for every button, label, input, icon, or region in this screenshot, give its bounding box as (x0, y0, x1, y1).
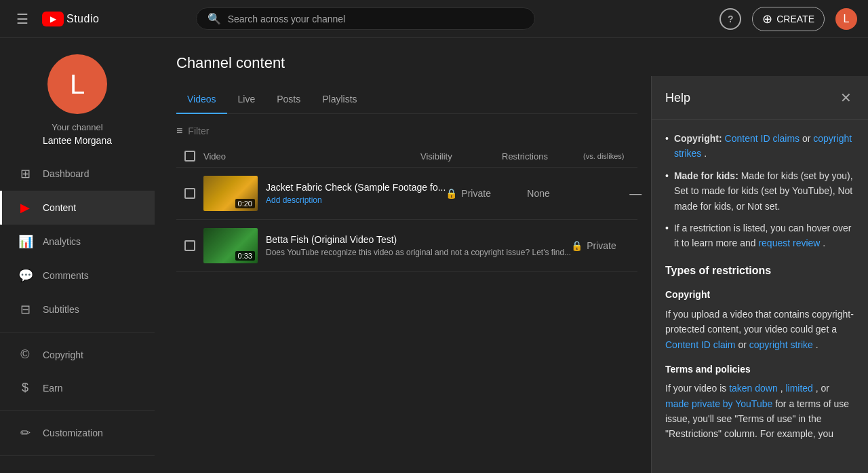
header-restrictions: Restrictions (502, 151, 583, 162)
dashboard-icon: ⊞ (18, 166, 32, 181)
row1-checkbox[interactable] (184, 188, 195, 199)
earn-label: Earn (43, 383, 63, 394)
copyright-body-before: If you upload a video that contains copy… (665, 309, 854, 335)
your-channel-label: Your channel (52, 122, 102, 132)
youtube-studio-logo[interactable]: Studio (42, 12, 99, 26)
help-header: Help ✕ (652, 76, 868, 120)
youtube-icon (42, 12, 64, 26)
hamburger-menu[interactable]: ☰ (11, 5, 34, 33)
period2: . (823, 238, 825, 248)
row1-restrictions: None (527, 188, 608, 199)
content-id-claims-link[interactable]: Content ID claims (725, 133, 800, 144)
main-layout: L Your channel Lantee Morgana ⊞ Dashboar… (0, 38, 868, 473)
row2-video-title[interactable]: Betta Fish (Original Video Test) (266, 234, 571, 245)
copyright-period: . (816, 339, 818, 350)
period1: . (704, 148, 707, 159)
sidebar-item-analytics[interactable]: 📊 Analytics (0, 225, 155, 259)
bullet-restriction-text: If a restriction is listed, you can hove… (674, 221, 854, 251)
table-header: Video Visibility Restrictions (vs. disli… (176, 145, 637, 168)
tab-live[interactable]: Live (227, 86, 267, 114)
row2-lock-icon: 🔒 (571, 240, 583, 251)
copyright-bold: Copyright: (674, 133, 722, 144)
help-close-button[interactable]: ✕ (837, 87, 854, 109)
row1-thumbnail[interactable]: 0:20 (203, 176, 258, 211)
copyright-strike-link[interactable]: copyright strike (749, 339, 813, 350)
search-bar[interactable]: 🔍 (196, 7, 535, 30)
table-row: 0:33 Betta Fish (Original Video Test) Do… (176, 220, 637, 272)
filter-input[interactable] (188, 126, 637, 136)
row2-thumbnail[interactable]: 0:33 (203, 228, 258, 263)
filter-bar: ≡ (176, 125, 637, 137)
sidebar-item-subtitles[interactable]: ⊟ Subtitles (0, 292, 155, 326)
content-id-claim-link[interactable]: Content ID claim (665, 339, 735, 350)
comma2: , or (816, 383, 829, 394)
analytics-label: Analytics (43, 236, 81, 247)
sidebar-item-comments[interactable]: 💬 Comments (0, 259, 155, 292)
row1-lock-icon: 🔒 (446, 188, 457, 199)
sidebar-item-content[interactable]: ▶ Content (0, 191, 155, 225)
sidebar-item-dashboard[interactable]: ⊞ Dashboard (0, 157, 155, 191)
terms-section-title: Terms and policies (665, 362, 854, 377)
row1-video-cell: 0:20 Jacket Fabric Check (Sample Footage… (203, 176, 446, 211)
studio-text: Studio (66, 13, 99, 25)
table-row: 0:20 Jacket Fabric Check (Sample Footage… (176, 168, 637, 220)
sidebar-nav: ⊞ Dashboard ▶ Content 📊 Analytics 💬 Comm… (0, 157, 155, 473)
request-review-link[interactable]: request review (758, 238, 820, 248)
terms-section-body: If your video is taken down , limited , … (665, 381, 854, 442)
row2-checkbox[interactable] (184, 240, 195, 251)
made-private-link[interactable]: made private by YouTube (665, 398, 772, 409)
row2-duration: 0:33 (235, 251, 255, 261)
sidebar-item-earn[interactable]: $ Earn (0, 371, 155, 404)
content-with-help: Channel content Videos Live Posts Playli… (155, 38, 868, 473)
taken-down-link[interactable]: taken down (729, 383, 778, 394)
row2-visibility: 🔒 Private (571, 240, 652, 251)
channel-name: Lantee Morgana (43, 135, 112, 146)
tab-videos[interactable]: Videos (176, 86, 227, 114)
row1-video-title[interactable]: Jacket Fabric Check (Sample Footage fo..… (266, 182, 446, 193)
sidebar-item-settings[interactable]: ⚙ Settings (0, 461, 155, 473)
content-label: Content (43, 202, 76, 213)
tabs: Videos Live Posts Playlists (176, 86, 637, 114)
row1-visibility-text: Private (461, 188, 491, 199)
sidebar-item-customization[interactable]: ✏ Customization (0, 416, 155, 450)
copyright-or: or (738, 339, 749, 350)
content-icon: ▶ (18, 200, 32, 215)
dashboard-label: Dashboard (43, 168, 90, 179)
bullet-copyright-text: Copyright: Content ID claims or copyrigh… (674, 131, 854, 162)
tab-playlists[interactable]: Playlists (311, 86, 368, 114)
analytics-icon: 📊 (18, 234, 32, 249)
row2-video-cell: 0:33 Betta Fish (Original Video Test) Do… (203, 228, 571, 263)
row1-video-desc: Add description (266, 195, 446, 205)
row2-video-desc: Does YouTube recognize this video as ori… (266, 248, 571, 257)
help-button[interactable]: ? (719, 8, 741, 30)
search-input[interactable] (228, 14, 524, 24)
channel-avatar[interactable]: L (47, 54, 107, 114)
help-bullet-restriction: If a restriction is listed, you can hove… (665, 221, 854, 251)
kids-bold: Made for kids: (674, 170, 738, 181)
row2-visibility-text: Private (587, 240, 616, 251)
plus-icon: ⊕ (762, 12, 772, 26)
help-bullet-copyright: Copyright: Content ID claims or copyrigh… (665, 131, 854, 162)
earn-icon: $ (18, 381, 32, 395)
avatar[interactable]: L (835, 8, 857, 30)
row1-checkbox-cell (176, 188, 203, 199)
sidebar-divider-3 (0, 455, 155, 456)
subtitles-label: Subtitles (43, 304, 79, 315)
row1-visibility: 🔒 Private (446, 188, 527, 199)
limited-link[interactable]: limited (785, 383, 812, 394)
sidebar-divider (0, 332, 155, 333)
sidebar-divider-2 (0, 410, 155, 411)
topnav-left: ☰ Studio (11, 5, 99, 33)
row2-checkbox-cell (176, 240, 203, 251)
row1-video-info: Jacket Fabric Check (Sample Footage fo..… (266, 182, 446, 205)
tab-posts[interactable]: Posts (266, 86, 311, 114)
sidebar-item-copyright[interactable]: © Copyright (0, 338, 155, 371)
header-checkbox[interactable] (184, 151, 195, 162)
types-of-restrictions-title: Types of restrictions (665, 262, 854, 280)
create-button[interactable]: ⊕ CREATE (752, 7, 825, 31)
header-extra: (vs. dislikes) (583, 152, 637, 160)
filter-icon[interactable]: ≡ (176, 125, 182, 137)
copyright-section-title: Copyright (665, 287, 854, 302)
help-bullet-kids: Made for kids: Made for kids (set by you… (665, 168, 854, 214)
bullet-kids-text: Made for kids: Made for kids (set by you… (674, 168, 854, 214)
